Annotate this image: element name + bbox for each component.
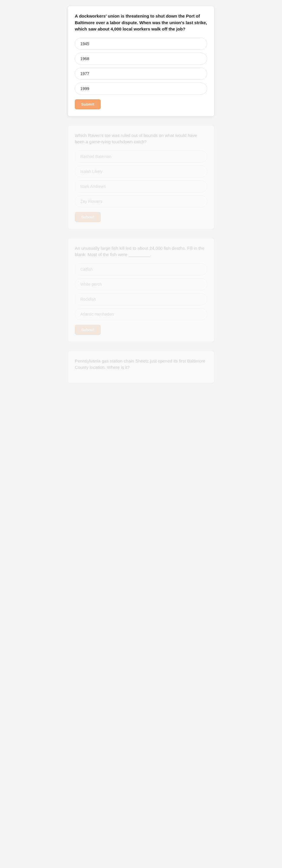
quiz4-question: Pennsylvania gas station chain Sheetz ju… <box>75 358 207 371</box>
page-container: A dockworkers' union is threatening to s… <box>0 0 282 868</box>
quiz3-option-3: Rockfish <box>75 293 207 305</box>
quiz2-submit-button: Submit <box>75 212 101 222</box>
quiz-card-4: Pennsylvania gas station chain Sheetz ju… <box>68 351 214 383</box>
quiz1-option-3[interactable]: 1977 <box>75 68 207 80</box>
quiz2-options: Rashod Bateman Isaiah Likely Mark Andrew… <box>75 151 207 208</box>
quiz1-option-1[interactable]: 1945 <box>75 38 207 50</box>
quiz1-option-2[interactable]: 1968 <box>75 53 207 65</box>
quiz-card-1: A dockworkers' union is threatening to s… <box>68 6 214 117</box>
quiz2-option-2: Isaiah Likely <box>75 165 207 178</box>
quiz3-submit-button: Submit <box>75 325 101 335</box>
quiz3-option-2: White perch <box>75 278 207 290</box>
quiz2-option-1: Rashod Bateman <box>75 151 207 162</box>
quiz2-option-3: Mark Andrews <box>75 180 207 192</box>
quiz1-submit-button[interactable]: Submit <box>75 99 101 109</box>
quiz1-option-4[interactable]: 1999 <box>75 83 207 95</box>
quiz3-option-1: Catfish <box>75 263 207 275</box>
quiz-card-3: An unusually large fish kill led to abou… <box>68 238 214 342</box>
quiz1-question: A dockworkers' union is threatening to s… <box>75 13 207 32</box>
quiz1-options: 1945 1968 1977 1999 <box>75 38 207 95</box>
quiz3-options: Catfish White perch Rockfish Atlantic me… <box>75 263 207 320</box>
quiz2-question: Which Raven's toe was ruled out of bound… <box>75 132 207 145</box>
quiz2-option-4: Zay Flowers <box>75 195 207 208</box>
quiz-card-2: Which Raven's toe was ruled out of bound… <box>68 125 214 229</box>
quiz3-option-4: Atlantic menhaden <box>75 308 207 320</box>
quiz3-question: An unusually large fish kill led to abou… <box>75 245 207 258</box>
